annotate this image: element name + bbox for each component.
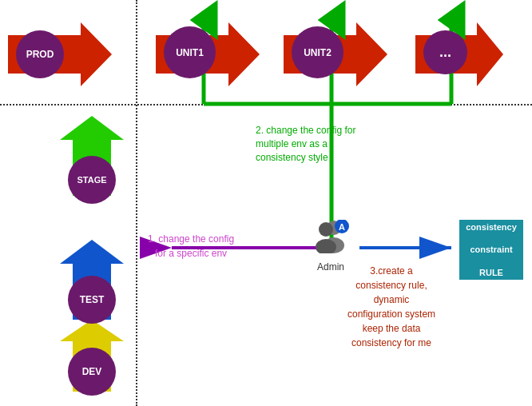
admin-container: A Admin xyxy=(310,220,351,273)
admin-icon: A xyxy=(310,220,351,260)
horizontal-divider xyxy=(0,104,532,105)
svg-text:A: A xyxy=(339,222,345,232)
prod-circle: PROD xyxy=(16,30,64,78)
step2-label: 2. change the config for multiple env as… xyxy=(256,124,355,164)
vertical-divider xyxy=(136,0,137,406)
dots-circle: ... xyxy=(423,30,467,74)
stage-circle: STAGE xyxy=(68,156,116,204)
unit2-circle: UNIT2 xyxy=(292,26,343,78)
constraint-rule-box: consistency constraint RULE xyxy=(459,220,523,280)
admin-label: Admin xyxy=(317,261,344,273)
unit1-circle: UNIT1 xyxy=(164,26,216,78)
step3-label: 3.create a consistency rule, dynamic con… xyxy=(347,264,435,350)
main-canvas: PROD UNIT1 UNIT2 ... STAGE TEST DEV 2. c… xyxy=(0,0,532,406)
dev-circle: DEV xyxy=(68,348,116,396)
svg-point-15 xyxy=(319,222,333,237)
test-circle: TEST xyxy=(68,276,116,324)
admin-svg-icon: A xyxy=(310,220,351,253)
step1-label: 1. change the config for a specific env xyxy=(148,232,234,261)
